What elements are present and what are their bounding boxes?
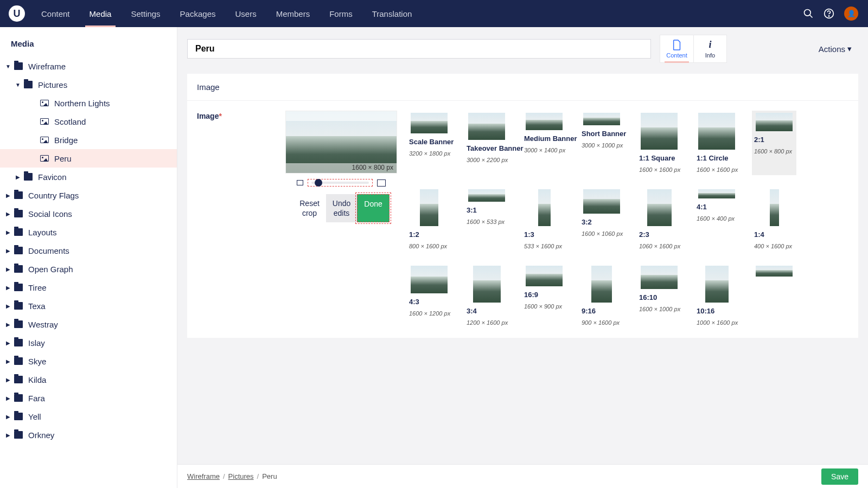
tree-node-texa[interactable]: ▶Texa <box>0 297 177 315</box>
breadcrumb-separator: / <box>257 472 259 480</box>
caret-right-icon[interactable]: ▶ <box>5 211 11 217</box>
tree-node-islay[interactable]: ▶Islay <box>0 333 177 352</box>
caret-right-icon[interactable]: ▶ <box>5 322 11 328</box>
caret-right-icon[interactable]: ▶ <box>5 248 11 254</box>
tree-node-yell[interactable]: ▶Yell <box>0 407 177 426</box>
crop-10-16[interactable]: 10:161000 × 1600 px <box>694 264 739 328</box>
crop-2-1[interactable]: 2:11600 × 800 px <box>752 111 796 175</box>
caret-right-icon[interactable]: ▶ <box>5 192 11 198</box>
crop-1-1-circle[interactable]: 1:1 Circle1600 × 1600 px <box>694 111 739 175</box>
crop-dimensions: 400 × 1600 px <box>754 243 794 249</box>
tree-node-wireframe[interactable]: ▼Wireframe <box>0 57 177 75</box>
crop-1-3[interactable]: 1:3533 × 1600 px <box>522 187 566 252</box>
crop-3-4[interactable]: 3:41200 × 1600 px <box>464 264 509 328</box>
tree-label: Fara <box>28 394 45 403</box>
crop-title: 16:10 <box>639 293 679 301</box>
caret-down-icon[interactable]: ▼ <box>15 82 21 88</box>
caret-right-icon[interactable]: ▶ <box>5 285 11 291</box>
caret-down-icon[interactable]: ▼ <box>5 63 11 69</box>
crop-partial[interactable] <box>752 264 796 328</box>
nav-users[interactable]: Users <box>225 0 266 27</box>
nav-settings[interactable]: Settings <box>121 0 170 27</box>
tree-node-bridge[interactable]: Bridge <box>0 131 177 149</box>
search-icon[interactable] <box>803 8 814 19</box>
caret-right-icon[interactable]: ▶ <box>5 358 11 364</box>
crop-short-banner[interactable]: Short Banner3000 × 1000 px <box>579 111 624 175</box>
breadcrumb-item[interactable]: Pictures <box>228 472 254 480</box>
caret-right-icon[interactable]: ▶ <box>15 174 21 180</box>
tree-node-peru[interactable]: Peru <box>0 149 177 168</box>
tree-node-tiree[interactable]: ▶Tiree <box>0 278 177 297</box>
undo-edits-button[interactable]: Undo edits <box>326 194 357 222</box>
user-avatar[interactable]: 👤 <box>844 7 858 21</box>
crop-16-10[interactable]: 16:101600 × 1000 px <box>637 264 681 328</box>
crop-1-4[interactable]: 1:4400 × 1600 px <box>752 187 796 252</box>
help-icon[interactable] <box>824 8 834 19</box>
tree-node-country-flags[interactable]: ▶Country Flags <box>0 186 177 204</box>
tree-node-westray[interactable]: ▶Westray <box>0 315 177 333</box>
nav-forms[interactable]: Forms <box>320 0 362 27</box>
crop-3-2[interactable]: 3:21600 × 1060 px <box>579 187 624 252</box>
tree-node-pictures[interactable]: ▼Pictures <box>0 75 177 94</box>
app-tab-info[interactable]: iInfo <box>693 35 727 63</box>
crop-9-16[interactable]: 9:16900 × 1600 px <box>579 264 624 328</box>
breadcrumb-item[interactable]: Wireframe <box>187 472 220 480</box>
tree-node-skye[interactable]: ▶Skye <box>0 352 177 370</box>
tree-node-documents[interactable]: ▶Documents <box>0 241 177 260</box>
caret-right-icon[interactable]: ▶ <box>5 432 11 438</box>
crop-1-1-square[interactable]: 1:1 Square1600 × 1600 px <box>637 111 681 175</box>
nav-media[interactable]: Media <box>80 0 122 27</box>
folder-icon <box>14 265 23 273</box>
crop-scale-banner[interactable]: Scale Banner3200 × 1800 px <box>407 111 451 175</box>
node-name-input[interactable] <box>187 39 651 59</box>
tree-node-northern-lights[interactable]: Northern Lights <box>0 94 177 112</box>
tree-node-scotland[interactable]: Scotland <box>0 112 177 131</box>
done-button[interactable]: Done <box>357 194 389 222</box>
tree-node-orkney[interactable]: ▶Orkney <box>0 426 177 444</box>
crop-2-3[interactable]: 2:31060 × 1600 px <box>637 187 681 252</box>
crop-dimensions: 1600 × 1200 px <box>409 310 449 317</box>
crop-title: 1:1 Square <box>639 154 679 162</box>
nav-translation[interactable]: Translation <box>362 0 422 27</box>
folder-icon <box>14 302 23 310</box>
caret-right-icon[interactable]: ▶ <box>5 266 11 272</box>
tree-node-kilda[interactable]: ▶Kilda <box>0 370 177 389</box>
zoom-out-icon <box>297 180 303 185</box>
crop-dimensions: 1600 × 1600 px <box>639 166 679 173</box>
zoom-slider-thumb[interactable] <box>315 179 322 187</box>
nav-members[interactable]: Members <box>266 0 320 27</box>
crop-4-1[interactable]: 4:11600 × 400 px <box>694 187 739 252</box>
nav-packages[interactable]: Packages <box>170 0 226 27</box>
save-button[interactable]: Save <box>821 468 858 485</box>
tree-node-social-icons[interactable]: ▶Social Icons <box>0 204 177 223</box>
crop-takeover-banner[interactable]: Takeover Banner3000 × 2200 px <box>464 111 509 175</box>
tree-node-favicon[interactable]: ▶Favicon <box>0 168 177 186</box>
crop-medium-banner[interactable]: Medium Banner3000 × 1400 px <box>522 111 566 175</box>
caret-right-icon[interactable]: ▶ <box>5 395 11 401</box>
crop-title: Medium Banner <box>524 134 564 143</box>
tree-node-open-graph[interactable]: ▶Open Graph <box>0 260 177 278</box>
crop-dimensions: 1060 × 1600 px <box>639 243 679 249</box>
nav-content[interactable]: Content <box>31 0 80 27</box>
crop-preview[interactable]: 1600 × 800 px <box>285 111 397 174</box>
crop-title: 4:1 <box>697 203 737 211</box>
reset-crop-button[interactable]: Reset crop <box>293 194 326 222</box>
crop-16-9[interactable]: 16:91600 × 900 px <box>522 264 566 328</box>
caret-right-icon[interactable]: ▶ <box>5 303 11 309</box>
caret-right-icon[interactable]: ▶ <box>5 340 11 346</box>
crop-1-2[interactable]: 1:2800 × 1600 px <box>407 187 451 252</box>
tree-node-fara[interactable]: ▶Fara <box>0 389 177 407</box>
zoom-slider[interactable] <box>311 182 369 184</box>
tree-label: Favicon <box>38 172 67 182</box>
caret-right-icon[interactable]: ▶ <box>5 414 11 420</box>
app-tab-content[interactable]: Content <box>660 35 693 63</box>
caret-right-icon[interactable]: ▶ <box>5 377 11 383</box>
top-nav: ContentMediaSettingsPackagesUsersMembers… <box>31 0 422 27</box>
crop-3-1[interactable]: 3:11600 × 533 px <box>464 187 509 252</box>
tree-label: Open Graph <box>28 265 73 274</box>
crop-4-3[interactable]: 4:31600 × 1200 px <box>407 264 451 328</box>
logo-icon[interactable]: U <box>9 5 25 22</box>
actions-menu-button[interactable]: Actions ▾ <box>812 40 858 58</box>
tree-node-layouts[interactable]: ▶Layouts <box>0 223 177 241</box>
caret-right-icon[interactable]: ▶ <box>5 229 11 235</box>
